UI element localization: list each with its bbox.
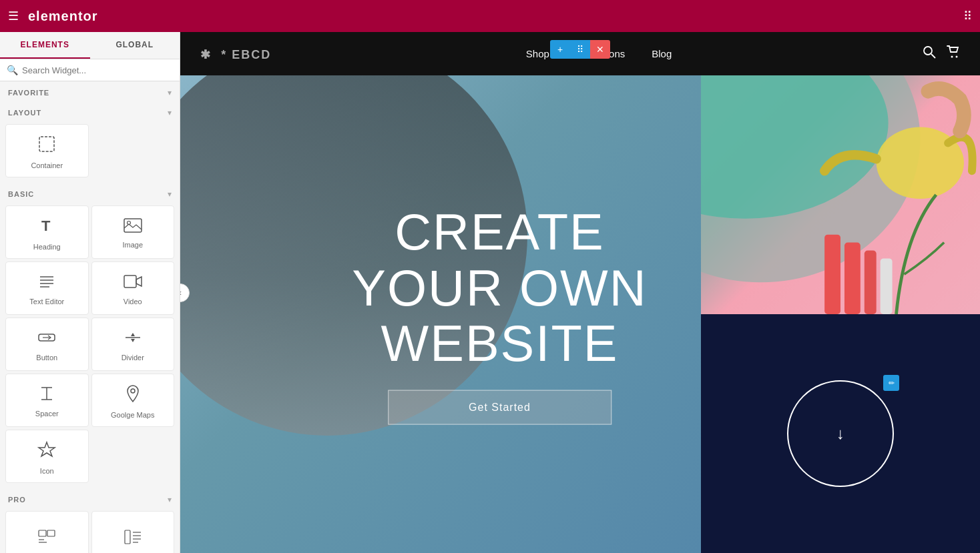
right-bottom-section: ↓ ✏ [701,314,980,553]
pro-widget-2-icon [124,529,142,549]
top-bar-left: ☰ elementor [8,9,98,24]
svg-line-30 [931,54,935,58]
svg-point-32 [956,56,958,58]
search-bar: 🔍 [0,59,180,81]
edit-corner-button[interactable]: ✏ [883,375,899,391]
site-logo: ✱ * EBCD [200,45,275,63]
hero-headline: CREATE YOUR OWN WEBSITE [352,204,647,372]
sidebar: ELEMENTS GLOBAL 🔍 FAVORITE ▾ LAYOUT ▾ [0,32,180,553]
svg-rect-0 [39,137,54,151]
cart-nav-icon[interactable] [947,45,960,62]
chevron-favorite-icon: ▾ [168,88,172,97]
svg-rect-42 [844,243,861,314]
site-logo-text: * EBCD [221,48,271,61]
spacer-icon [37,386,56,406]
heading-icon: T [37,216,56,239]
divider-label: Divider [121,354,144,362]
image-label: Image [122,241,143,249]
hero-right: ↓ ✏ [701,75,980,553]
right-top-section [701,75,980,314]
container-label: Container [31,161,63,169]
section-header-pro[interactable]: PRO ▾ [0,488,180,508]
hero-line1: CREATE [352,204,647,260]
chevron-basic-icon: ▾ [168,189,172,199]
widget-image[interactable]: Image [91,205,175,259]
search-nav-icon[interactable] [923,45,936,62]
tab-global[interactable]: GLOBAL [90,32,180,59]
grid-icon[interactable]: ⠿ [963,9,972,23]
widget-button[interactable]: Button [5,318,89,371]
section-header-layout[interactable]: LAYOUT ▾ [0,101,180,121]
svg-rect-8 [124,275,136,288]
svg-rect-43 [865,251,877,314]
hero-cta: Get Started [352,390,647,424]
widget-video[interactable]: Video [91,261,175,315]
search-input[interactable] [22,65,173,75]
svg-rect-44 [881,258,893,314]
svg-marker-14 [131,339,135,342]
section-header-favorite[interactable]: FAVORITE ▾ [0,81,180,101]
divider-icon [124,330,142,350]
nav-link-shop[interactable]: Shop [526,48,549,59]
svg-point-31 [951,56,953,58]
website-preview: ‹ ✱ * EBCD Shop Collections Blog [180,32,980,553]
section-title-layout: LAYOUT [8,109,41,117]
nav-link-blog[interactable]: Blog [652,48,672,59]
text-editor-label: Text Editor [29,298,64,306]
google-maps-label: Goolge Maps [111,411,154,419]
chevron-layout-icon: ▾ [168,108,172,117]
toolbar-add-button[interactable]: + [550,40,570,59]
layout-widget-grid: Container [0,121,180,183]
pro-widget-grid [0,508,180,553]
toolbar-move-button[interactable]: ⠿ [570,40,590,59]
tab-elements[interactable]: ELEMENTS [0,32,90,59]
search-icon: 🔍 [7,65,18,75]
svg-marker-13 [131,333,135,336]
hero-cta-button[interactable]: Get Started [388,390,611,424]
section-toolbar: + ⠿ ✕ [550,40,610,59]
video-label: Video [124,298,142,306]
google-maps-icon [125,384,141,407]
widget-heading[interactable]: T Heading [5,205,89,259]
heading-label: Heading [33,243,61,251]
svg-rect-21 [47,530,55,536]
button-icon [37,330,56,350]
decorative-bg-svg [701,75,980,314]
container-icon [37,135,56,157]
top-bar: ☰ elementor ⠿ [0,0,980,32]
widget-google-maps[interactable]: Goolge Maps [91,374,175,427]
basic-widget-grid: T Heading Image [0,203,180,488]
widget-divider[interactable]: Divider [91,318,175,371]
text-editor-icon [37,273,56,294]
button-label: Button [36,354,57,362]
sidebar-tabs: ELEMENTS GLOBAL [0,32,180,59]
widget-text-editor[interactable]: Text Editor [5,261,89,315]
svg-rect-41 [824,235,840,314]
scroll-circle[interactable]: ↓ [787,380,894,487]
svg-point-29 [924,47,932,55]
section-header-basic[interactable]: BASIC ▾ [0,183,180,203]
site-nav-icons [923,45,960,62]
toolbar-close-button[interactable]: ✕ [590,40,610,59]
section-title-basic: BASIC [8,190,34,198]
image-icon [124,218,142,237]
hero-section: CREATE YOUR OWN WEBSITE Get Started [180,75,980,553]
widget-icon[interactable]: Icon [5,430,89,483]
elementor-logo: elementor [28,9,98,24]
scroll-circle-wrap: ↓ ✏ [787,380,894,487]
widget-pro-2[interactable] [91,511,175,553]
widget-container[interactable]: Container [5,124,89,177]
chevron-pro-icon: ▾ [168,495,172,504]
pro-widget-1-icon [37,529,56,549]
canvas-area: ‹ ✱ * EBCD Shop Collections Blog [180,32,980,553]
svg-rect-20 [39,530,46,536]
widget-spacer[interactable]: Spacer [5,374,89,427]
icon-widget-icon [37,440,56,463]
site-nav: ✱ * EBCD Shop Collections Blog [180,32,980,75]
spacer-label: Spacer [35,410,59,418]
widget-pro-1[interactable] [5,511,89,553]
svg-text:T: T [41,217,51,234]
hamburger-icon[interactable]: ☰ [8,9,19,23]
scroll-down-icon: ↓ [836,424,844,443]
hero-line2: YOUR OWN [352,259,647,316]
